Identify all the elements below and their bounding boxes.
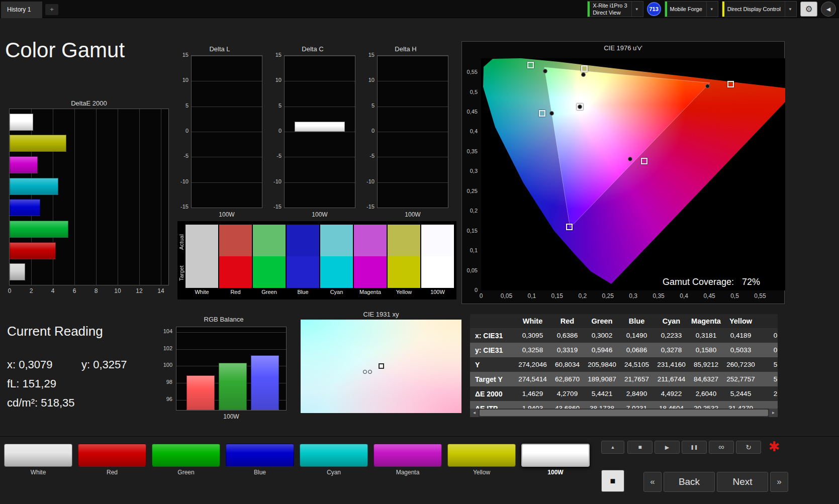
table-cell: 2,8490 [619,390,654,397]
target-swatch [185,256,218,288]
display-control-button[interactable]: Direct Display Control ▼ [722,1,797,17]
chevron-down-icon[interactable]: ▼ [631,2,642,17]
stop-button[interactable]: ■ [627,441,652,454]
table-scrollbar[interactable]: ◄ ► [470,409,778,417]
play-button[interactable]: ▶ [655,441,680,454]
meter-select-button[interactable]: X-Rite i1Pro 3 Direct View ▼ [587,1,643,17]
rgb-plot [176,327,287,411]
next-button[interactable]: Next [717,472,768,492]
axis-tick-label: 10 [268,77,282,83]
chevron-down-icon[interactable]: ▼ [785,2,795,17]
axis-tick-label: 10 [175,77,189,83]
tab-history-1[interactable]: History 1 [1,2,42,18]
cie1976-xaxis: 00,050,10,150,20,250,30,350,40,450,50,55 [481,292,785,301]
patch-swatch[interactable] [78,444,146,467]
first-page-button[interactable]: « [643,472,662,492]
actual-swatch [253,225,286,256]
back-button[interactable]: Back [664,472,715,492]
actual-row-label: Actual [178,228,185,256]
patch-swatch[interactable] [226,444,294,467]
axis-tick-label: 0,25 [599,292,617,299]
patch-white: White [4,444,72,476]
cie1931-plot [301,320,461,413]
swatch-column-blue: Blue [287,225,319,295]
patch-swatch[interactable] [152,444,220,467]
row-label: ΔE 2000 [470,390,515,398]
patch-swatch[interactable] [4,444,72,467]
measured-marker-yellow [581,72,586,77]
gridline [285,81,355,81]
axis-label: 100W [191,211,262,218]
axis-tick-label: 0,55 [460,69,478,75]
gridline [192,56,262,56]
table-cell: 4,2709 [550,390,585,397]
up-button[interactable]: ▲ [601,441,624,454]
patch-label: Red [78,469,146,476]
table-row: ΔE 20001,46294,27095,44212,84904,49222,6… [470,386,778,401]
row-label: x: CIE31 [470,332,515,340]
source-select-button[interactable]: Mobile Forge ▼ [665,1,718,17]
scrollbar-thumb[interactable] [480,410,768,416]
swatch-label: Green [253,289,286,295]
actual-swatch [219,225,252,256]
play-icon: ▶ [665,444,669,451]
patch-swatch[interactable] [374,444,442,467]
axis-tick-label: 0,1 [523,292,541,299]
gridline [176,332,286,333]
display-status-accent [722,2,724,17]
meter-label-line2: Direct View [593,9,627,16]
patch-cyan: Cyan [300,444,368,476]
patch-swatch[interactable] [300,444,368,467]
scroll-right-icon[interactable]: ► [769,409,778,417]
axis-tick-label: 10 [109,287,127,294]
table-cell-clipped: 5 [758,361,778,368]
scroll-left-icon[interactable]: ◄ [470,409,479,417]
pause-button[interactable]: ❚❚ [682,441,707,454]
square-icon: ■ [610,476,616,486]
top-bar: History 1 + X-Rite i1Pro 3 Direct View ▼… [0,0,839,18]
patch-window-button[interactable]: ■ [601,470,624,492]
add-tab-button[interactable]: + [45,4,58,15]
chart-title: CIE 1976 u'v' [462,44,784,52]
axis-tick-label: 0,5 [460,89,478,95]
loop-icon: ↻ [745,443,752,451]
continuous-button[interactable]: ∞ [709,441,734,454]
pause-icon: ❚❚ [690,445,698,450]
patch-yellow: Yellow [447,444,516,476]
axis-tick-label: 5 [268,103,282,109]
deltae-bar-100w [10,114,33,131]
table-cell: 189,9087 [585,375,619,383]
axis-tick-label: -15 [268,204,282,210]
gridline [192,208,262,208]
axis-tick-label: 12 [130,287,148,294]
special-action-button[interactable]: ✱ [763,438,785,456]
gridline [378,81,448,81]
table-header-row: WhiteRedGreenBlueCyanMagentaYellow [470,314,778,328]
patch-swatch[interactable] [521,444,590,467]
meter-count-badge[interactable]: 713 [647,2,661,16]
settings-button[interactable]: ⚙ [800,2,817,17]
rgb-bar-green [219,363,247,410]
patch-swatch[interactable] [447,444,516,467]
axis-tick-label: 0,15 [460,228,478,234]
chevron-down-icon[interactable]: ▼ [706,2,717,17]
axis-tick-label: -10 [361,178,375,184]
table-cell: 252,7757 [723,375,758,383]
last-page-button[interactable]: » [770,472,788,492]
table-row: y: CIE310,32580,33190,59460,06860,32780,… [470,343,778,357]
table-cell: 5,2445 [723,390,758,397]
delta-l-plot [191,55,262,208]
measured-marker-red [705,84,710,88]
meter-label-line1: X-Rite i1Pro 3 [593,2,627,9]
table-cell: 205,9840 [585,361,619,368]
collapse-panel-button[interactable]: ◀ [821,2,836,17]
gear-icon: ⚙ [805,4,812,15]
loop-button[interactable]: ↻ [736,441,761,454]
axis-tick-label: 104 [158,328,172,334]
deltae-bar-blue [10,199,40,216]
axis-tick-label: 0,05 [498,292,516,299]
table-cell: 0,3181 [689,332,723,339]
axis-tick-label: 8 [87,287,105,294]
axis-tick-label: 0,35 [649,292,668,299]
axis-tick-label: 0 [268,128,282,134]
